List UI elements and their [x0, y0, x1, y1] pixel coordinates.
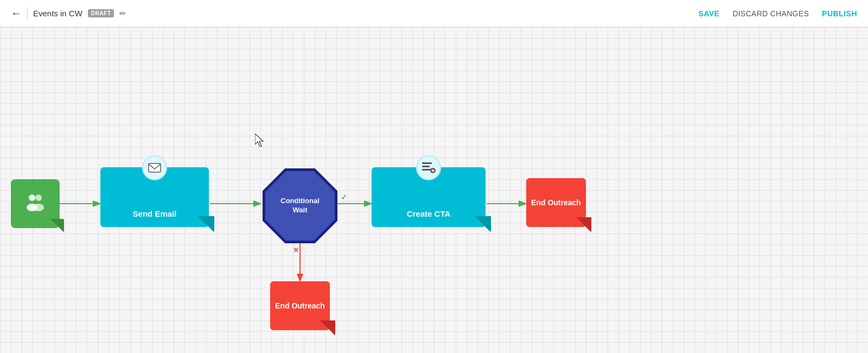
end-outreach-bottom-label: End Outreach	[275, 301, 325, 311]
svg-point-9	[29, 194, 35, 201]
publish-button[interactable]: PUBLISH	[822, 9, 857, 18]
send-email-label: Send Email	[133, 209, 177, 218]
workflow-canvas[interactable]: ✓ ✕ Send Email	[0, 27, 868, 353]
page-title: Events in CW	[33, 9, 82, 18]
header-divider	[27, 7, 28, 20]
end-outreach-right-label: End Outreach	[531, 198, 581, 207]
conditional-wait-node[interactable]: ConditionalWait	[258, 164, 342, 248]
people-icon	[24, 192, 46, 216]
discard-button[interactable]: DISCARD CHANGES	[732, 9, 809, 18]
save-button[interactable]: SAVE	[698, 9, 719, 18]
edit-icon[interactable]: ✏	[119, 9, 126, 18]
svg-rect-16	[422, 169, 431, 171]
back-icon: ←	[11, 7, 22, 20]
svg-rect-13	[149, 163, 161, 172]
header-left: ← Events in CW DRAFT ✏	[11, 7, 126, 20]
svg-rect-14	[422, 162, 432, 164]
header: ← Events in CW DRAFT ✏ SAVE DISCARD CHAN…	[0, 0, 868, 27]
create-cta-icon-circle	[416, 155, 441, 180]
send-email-node[interactable]: Send Email	[100, 167, 209, 227]
create-cta-node[interactable]: Create CTA	[372, 167, 486, 227]
send-email-icon-circle	[142, 155, 167, 180]
svg-marker-20	[255, 134, 263, 147]
end-outreach-right-node[interactable]: End Outreach	[526, 178, 586, 227]
start-node[interactable]	[11, 179, 60, 228]
create-cta-label: Create CTA	[407, 209, 451, 218]
octagon-inner: ConditionalWait	[265, 171, 335, 241]
header-right: SAVE DISCARD CHANGES PUBLISH	[698, 9, 857, 18]
back-button[interactable]: ←	[11, 7, 22, 20]
svg-point-10	[35, 194, 42, 201]
conditional-wait-label: ConditionalWait	[280, 197, 320, 215]
end-outreach-bottom-node[interactable]: End Outreach	[270, 281, 330, 330]
draft-badge: DRAFT	[88, 9, 114, 17]
svg-rect-15	[422, 166, 430, 167]
svg-point-12	[33, 204, 44, 211]
mouse-cursor	[255, 134, 266, 147]
